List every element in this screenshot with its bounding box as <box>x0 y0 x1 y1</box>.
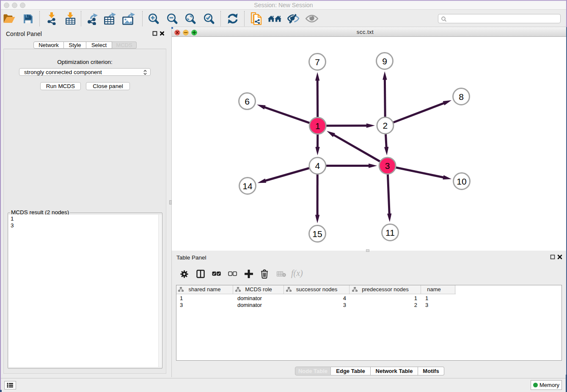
svg-text:10: 10 <box>457 177 466 186</box>
svg-text:15: 15 <box>312 229 322 239</box>
svg-text:8: 8 <box>459 92 464 102</box>
svg-text:1: 1 <box>315 121 320 131</box>
svg-text:11: 11 <box>385 228 395 237</box>
svg-text:3: 3 <box>385 161 390 171</box>
svg-text:9: 9 <box>382 56 387 66</box>
svg-text:2: 2 <box>383 121 388 130</box>
svg-text:14: 14 <box>242 181 253 191</box>
svg-text:4: 4 <box>315 161 320 171</box>
svg-text:7: 7 <box>315 57 320 67</box>
svg-text:6: 6 <box>245 97 250 106</box>
